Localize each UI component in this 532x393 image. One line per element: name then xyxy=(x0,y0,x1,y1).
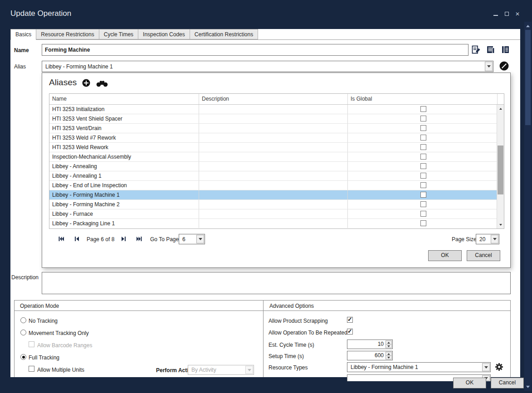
search-binoculars-icon[interactable] xyxy=(96,80,108,88)
is-global-checkbox[interactable] xyxy=(420,220,426,226)
alias-combobox-value: Libbey - Forming Machine 1 xyxy=(45,63,113,70)
alias-description-cell xyxy=(199,181,348,190)
close-button[interactable]: ✕ xyxy=(514,11,521,17)
is-global-checkbox[interactable] xyxy=(420,106,426,112)
alias-description-cell xyxy=(199,114,348,123)
page-size-select[interactable]: 20 xyxy=(476,234,499,244)
is-global-checkbox[interactable] xyxy=(420,201,426,207)
column-header-name[interactable]: Name xyxy=(49,94,199,104)
est-cycle-time-input[interactable]: 10 xyxy=(347,340,393,349)
is-global-checkbox[interactable] xyxy=(420,192,426,198)
aliases-ok-button[interactable]: OK xyxy=(428,250,462,261)
scroll-down-icon[interactable] xyxy=(524,383,532,390)
table-row[interactable]: HTI 3253 Weld #7 Rework xyxy=(49,133,504,143)
scroll-up-icon[interactable] xyxy=(524,23,532,29)
allow-multiple-units-checkbox[interactable] xyxy=(29,366,34,372)
setup-time-input[interactable]: 600 xyxy=(347,351,393,360)
is-global-checkbox[interactable] xyxy=(420,144,426,150)
table-row[interactable]: HTI 3253 Initialization xyxy=(49,105,504,114)
stepper-down-icon[interactable] xyxy=(386,344,392,348)
page-size-dropdown-button[interactable] xyxy=(491,235,498,243)
edit-note-icon[interactable] xyxy=(471,45,481,56)
allow-operation-repeated-checkbox[interactable] xyxy=(347,329,353,335)
table-row[interactable]: HTI 3253 Weld Rework xyxy=(49,143,504,152)
table-row[interactable]: Libbey - Packaging Line 1 xyxy=(49,219,504,228)
tab-cycle-times[interactable]: Cycle Times xyxy=(99,29,138,39)
goto-page-label: Go To Page xyxy=(150,236,179,243)
alias-dropdown-button[interactable] xyxy=(485,62,493,71)
name-input[interactable] xyxy=(42,44,469,56)
setup-time-label: Setup Time (s) xyxy=(268,353,304,359)
table-scrollbar-thumb[interactable] xyxy=(498,146,503,194)
table-row[interactable]: HTI 3253 Vent/Drain xyxy=(49,124,504,133)
window-scrollbar[interactable] xyxy=(524,22,532,391)
previous-page-icon[interactable] xyxy=(73,236,80,242)
aliases-cancel-button[interactable]: Cancel xyxy=(467,250,500,261)
edit-alias-icon[interactable] xyxy=(499,61,509,72)
alias-combobox[interactable]: Libbey - Forming Machine 1 xyxy=(42,61,493,72)
column-header-is-global[interactable]: Is Global xyxy=(348,94,498,104)
tab-resource-restrictions[interactable]: Resource Restrictions xyxy=(36,29,99,39)
alias-name-cell: Libbey - Packaging Line 1 xyxy=(49,219,199,228)
movement-tracking-radio[interactable] xyxy=(20,330,26,335)
allow-product-scrapping-checkbox[interactable] xyxy=(347,317,353,323)
copy-icon[interactable] xyxy=(486,45,495,56)
is-global-checkbox[interactable] xyxy=(420,182,426,188)
table-row-selected[interactable]: Libbey - Forming Machine 1 xyxy=(49,190,504,200)
cancel-button[interactable]: Cancel xyxy=(491,378,524,388)
table-row[interactable]: Libbey - Annealing 1 xyxy=(49,171,504,181)
minimize-button[interactable] xyxy=(492,11,499,17)
table-row[interactable]: Inspection-Mechanical Assembly xyxy=(49,152,504,162)
alias-name-cell: Libbey - Forming Machine 1 xyxy=(49,190,199,199)
alias-isglobal-cell xyxy=(348,209,498,218)
next-page-icon[interactable] xyxy=(121,236,127,242)
is-global-checkbox[interactable] xyxy=(420,211,426,217)
add-alias-icon[interactable] xyxy=(82,79,90,88)
table-row[interactable]: Libbey - Annealing xyxy=(49,162,504,171)
est-cycle-time-stepper[interactable] xyxy=(386,340,392,348)
setup-time-stepper[interactable] xyxy=(386,352,392,359)
scroll-down-icon[interactable] xyxy=(497,221,504,228)
tab-inspection-codes[interactable]: Inspection Codes xyxy=(138,29,190,39)
is-global-checkbox[interactable] xyxy=(420,135,426,141)
stepper-up-icon[interactable] xyxy=(386,340,392,344)
no-tracking-radio[interactable] xyxy=(20,317,26,323)
maximize-button[interactable] xyxy=(503,11,511,17)
stepper-down-icon[interactable] xyxy=(386,356,392,359)
alias-isglobal-cell xyxy=(348,200,498,209)
table-row[interactable]: Libbey - End of Line Inspection xyxy=(49,181,504,190)
goto-page-select[interactable]: 6 xyxy=(179,234,205,244)
resource-types-combobox[interactable]: Libbey - Forming Machine 1 xyxy=(347,362,491,372)
ok-button[interactable]: OK xyxy=(453,378,486,388)
is-global-checkbox[interactable] xyxy=(420,125,426,131)
scroll-up-icon[interactable] xyxy=(497,105,504,112)
description-input[interactable] xyxy=(42,272,511,294)
first-page-icon[interactable] xyxy=(58,236,64,242)
window-scrollbar-thumb[interactable] xyxy=(525,30,531,125)
resource-types-dropdown-button[interactable] xyxy=(482,363,490,371)
alias-name-cell: HTI 3253 Initialization xyxy=(49,105,199,114)
perform-activities-combobox: By Activity xyxy=(188,365,254,375)
is-global-checkbox[interactable] xyxy=(420,154,426,160)
allow-operation-repeated-label: Allow Operation To Be Repeated xyxy=(268,330,347,336)
is-global-checkbox[interactable] xyxy=(420,116,426,121)
full-tracking-radio[interactable] xyxy=(20,354,26,360)
table-scrollbar[interactable] xyxy=(497,105,504,228)
tab-basics[interactable]: Basics xyxy=(10,29,36,40)
alias-name-cell: HTI 3253 Weld Rework xyxy=(49,143,199,152)
stepper-up-icon[interactable] xyxy=(386,352,392,356)
book-icon[interactable] xyxy=(501,45,510,56)
table-row[interactable]: Libbey - Forming Machine 2 xyxy=(49,200,504,209)
table-row[interactable]: Libbey - Furnace xyxy=(49,209,504,219)
tab-strip: Basics Resource Restrictions Cycle Times… xyxy=(10,29,520,40)
allow-product-scrapping-label: Allow Product Scrapping xyxy=(268,318,328,324)
last-page-icon[interactable] xyxy=(136,236,142,242)
alias-isglobal-cell xyxy=(348,219,498,228)
gear-icon[interactable] xyxy=(495,363,503,373)
table-row[interactable]: HTI 3253 Vent Shield Spacer xyxy=(49,114,504,124)
is-global-checkbox[interactable] xyxy=(420,173,426,179)
column-header-description[interactable]: Description xyxy=(199,94,348,104)
tab-certification-restrictions[interactable]: Certification Restrictions xyxy=(190,29,258,39)
goto-page-dropdown-button[interactable] xyxy=(196,235,204,243)
is-global-checkbox[interactable] xyxy=(420,163,426,169)
